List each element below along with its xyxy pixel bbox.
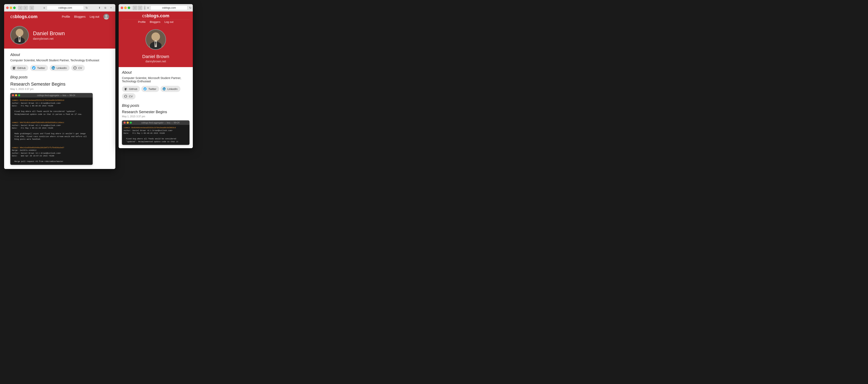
secondary-home-button[interactable]: ⌂ [144,6,146,10]
new-tab-icon[interactable]: ⧉ [103,6,107,10]
secondary-terminal-title: csblogs-feed-aggregator — less — 98×24 [133,121,188,124]
site-nav: Profile Bloggers Log out [62,14,109,20]
terminal-bar: csblogs-feed-aggregator — less — 98×24 [10,93,93,98]
share-icon[interactable]: ⬆ [97,6,102,10]
address-bar[interactable]: csblogs.com [47,6,84,10]
secondary-twitter-icon [143,87,147,91]
nav-buttons: ‹ › [18,6,28,10]
close-button[interactable] [6,7,9,9]
nav-logout[interactable]: Log out [90,15,99,18]
svg-rect-27 [163,89,164,90]
secondary-address-bar[interactable]: csblogs.com [150,6,187,10]
secondary-nav-bloggers[interactable]: Bloggers [150,21,160,24]
terminal-screenshot: csblogs-feed-aggregator — less — 98×24 c… [10,93,93,165]
main-browser-window: ‹ › ⌂ ≡ csblogs.com ↻ ⬆ ⧉ + csblogs.com … [4,4,115,169]
site-header: csblogs.com Profile Bloggers Log out [4,11,115,22]
secondary-forward-button[interactable]: › [138,6,142,10]
svg-point-1 [104,17,108,20]
blog-posts-title: Blog posts [10,75,109,79]
secondary-address-bar-container: ≡ csblogs.com ↻ [147,6,192,10]
secondary-twitter-label: Twitter [148,88,156,91]
secondary-post-title[interactable]: Research Semester Begins [122,110,189,114]
url-text: csblogs.com [58,6,72,9]
secondary-url-text: csblogs.com [162,6,176,9]
secondary-main-content: About Computer Scientist, Microsoft Stud… [119,67,193,148]
secondary-twitter-button[interactable]: Twitter [141,86,159,92]
svg-point-28 [163,88,164,89]
secondary-hamburger-icon[interactable]: ≡ [147,6,149,9]
linkedin-label: LinkedIn [57,67,67,70]
cv-label: CV [78,67,82,70]
post-title[interactable]: Research Semester Begins [10,81,109,87]
maximize-button[interactable] [13,7,16,9]
post-date: May 1, 2015 3:37 pm [10,88,109,91]
cv-icon [73,66,77,70]
terminal-close [12,94,14,96]
github-icon [12,66,16,70]
hamburger-icon[interactable]: ≡ [43,6,45,9]
secondary-about-description: Computer Scientist, Microsoft Student Pa… [122,76,189,83]
home-button[interactable]: ⌂ [29,6,34,10]
toolbar-right: ⬆ ⧉ + [97,6,113,10]
secondary-site-header: csblogs.com Profile Bloggers Log out [119,11,193,25]
secondary-cv-label: CV [129,95,133,98]
nav-profile[interactable]: Profile [62,15,70,18]
twitter-button[interactable]: Twitter [30,65,48,71]
secondary-linkedin-button[interactable]: LinkedIn [160,86,180,92]
back-button[interactable]: ‹ [18,6,23,10]
svg-rect-11 [52,68,53,69]
forward-button[interactable]: › [23,6,28,10]
secondary-close-button[interactable] [121,7,123,9]
secondary-terminal-bar: csblogs-feed-aggregator — less — 98×24 [122,120,189,125]
profile-info: Daniel Brown dannybrown.net [33,30,65,40]
refresh-icon[interactable]: ↻ [86,6,88,9]
svg-rect-15 [74,67,75,68]
nav-avatar[interactable] [103,14,109,20]
secondary-minimize-button[interactable] [124,7,127,9]
secondary-nav-logout[interactable]: Log out [164,21,173,24]
secondary-linkedin-label: LinkedIn [167,88,178,91]
nav-bloggers[interactable]: Bloggers [74,15,86,18]
secondary-refresh-icon[interactable]: ↻ [189,6,192,9]
secondary-profile-name: Daniel Brown [142,54,169,59]
secondary-github-icon [124,87,128,91]
svg-rect-31 [125,96,126,96]
secondary-github-button[interactable]: GitHub [122,86,140,92]
profile-name: Daniel Brown [33,30,65,37]
secondary-profile-avatar [146,29,166,50]
twitter-icon [32,66,36,70]
secondary-site-content: csblogs.com Profile Bloggers Log out [119,11,193,148]
profile-avatar [10,26,29,44]
minimize-button[interactable] [10,7,12,9]
main-content: About Computer Scientist, Microsoft Stud… [4,48,115,169]
svg-point-12 [52,67,53,68]
secondary-back-button[interactable]: ‹ [133,6,137,10]
secondary-terminal-close [124,121,126,124]
secondary-header-top: csblogs.com [122,11,189,19]
secondary-linkedin-icon [162,87,166,91]
secondary-profile-banner: Daniel Brown dannybrown.net [119,25,193,67]
terminal-maximize [18,94,20,96]
secondary-social-buttons: GitHub Twitter [122,86,189,99]
secondary-profile-info: Daniel Brown dannybrown.net [142,54,169,63]
svg-rect-17 [74,68,75,68]
linkedin-button[interactable]: LinkedIn [50,65,70,71]
github-button[interactable]: GitHub [10,65,28,71]
secondary-cv-button[interactable]: CV [122,93,135,99]
profile-website: dannybrown.net [33,37,65,40]
secondary-cv-icon [124,94,128,98]
secondary-blog-posts-title: Blog posts [122,104,189,108]
plus-icon[interactable]: + [109,6,113,10]
secondary-nav-profile[interactable]: Profile [138,21,146,24]
svg-point-3 [16,29,23,36]
cv-button[interactable]: CV [71,65,85,71]
terminal-body: commit bb4b49dcee4aead3533ccb784cbea88cb… [10,98,93,165]
secondary-profile-website: dannybrown.net [142,60,169,63]
secondary-maximize-button[interactable] [128,7,130,9]
secondary-terminal-minimize [127,121,129,124]
site-logo: csblogs.com [10,14,37,19]
secondary-chrome-bar: ‹ › ⌂ ≡ csblogs.com ↻ >> [119,4,193,11]
secondary-nav-buttons: ‹ › [133,6,142,10]
secondary-terminal-body: commit bb4b49dcee4aead3333ccb784cbea88cb… [122,125,189,145]
traffic-lights [6,7,16,9]
